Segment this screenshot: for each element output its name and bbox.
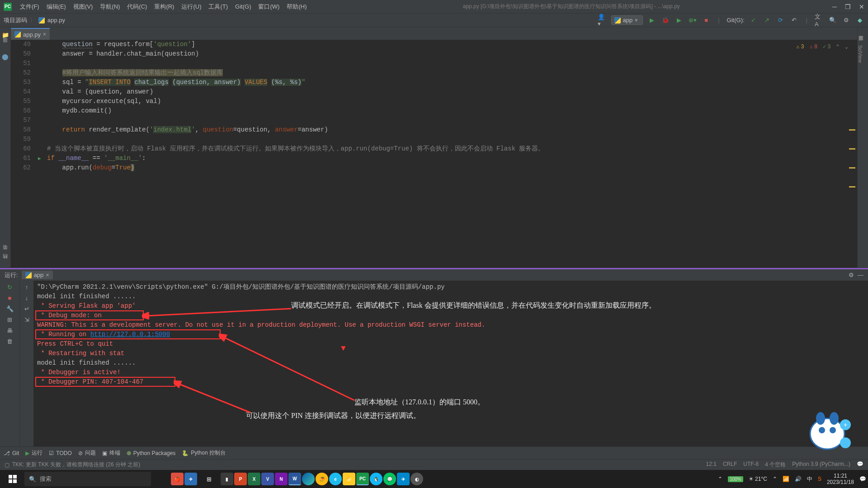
stop-icon[interactable]: ■: [6, 294, 14, 301]
minimize-icon[interactable]: —: [858, 272, 863, 278]
maximize-icon[interactable]: ❐: [845, 3, 851, 10]
status-caret-pos[interactable]: 12:1: [706, 461, 717, 469]
breadcrumb-file[interactable]: app.py: [47, 17, 65, 23]
app-pycharm-icon[interactable]: PC: [356, 473, 369, 485]
event-log-icon[interactable]: ▢: [5, 462, 9, 468]
app-explorer-icon[interactable]: 📁: [343, 473, 355, 485]
editor-tab-app[interactable]: app.py ×: [11, 28, 50, 40]
git-push-icon[interactable]: ↗: [763, 16, 772, 25]
app-onenote-icon[interactable]: N: [275, 473, 288, 485]
app-ie-icon[interactable]: e: [329, 473, 342, 485]
close-icon[interactable]: ✕: [859, 3, 864, 10]
coverage-icon[interactable]: ▶: [675, 16, 684, 25]
status-notifications-icon[interactable]: 💬: [857, 461, 863, 469]
ai-assistant-icon[interactable]: ◆: [855, 16, 864, 25]
git-update-icon[interactable]: ⟳: [776, 16, 785, 25]
menu-edit[interactable]: 编辑(E): [43, 3, 70, 11]
breadcrumb-root[interactable]: 项目源码: [4, 16, 27, 24]
scroll-to-end-icon[interactable]: ⇲: [23, 316, 30, 323]
tool-problems[interactable]: ⊘问题: [78, 449, 96, 457]
tray-ime-icon[interactable]: 中: [807, 475, 812, 483]
tray-network-icon[interactable]: ⌃: [773, 476, 777, 482]
tool-todo[interactable]: ☑TODO: [49, 450, 71, 456]
soft-wrap-icon[interactable]: ↵: [23, 305, 30, 312]
app-telegram-icon[interactable]: ✈: [397, 473, 410, 485]
security-mascot-icon[interactable]: +: [800, 402, 854, 456]
menu-git[interactable]: Git(G): [231, 3, 255, 10]
commit-tool-icon[interactable]: ⬤: [2, 53, 9, 61]
tray-weather[interactable]: ☀ 21°C: [749, 476, 767, 482]
tool-python-packages[interactable]: ⬢Python Packages: [127, 450, 175, 456]
app-qq-icon[interactable]: 🐧: [370, 473, 382, 485]
debug-icon[interactable]: 🐞: [661, 16, 670, 25]
wrench-icon[interactable]: 🔧: [6, 305, 14, 312]
settings-icon[interactable]: ⚙: [849, 272, 854, 278]
tray-expand-icon[interactable]: ⌃: [718, 476, 722, 482]
stop-icon[interactable]: ■: [702, 16, 711, 25]
scrollbar-minimap[interactable]: [849, 53, 855, 243]
tool-python-console[interactable]: 🐍Python 控制台: [182, 449, 226, 457]
app-icon[interactable]: ✈: [184, 473, 197, 485]
app-sublime-icon[interactable]: ▮: [221, 473, 233, 485]
run-icon[interactable]: ▶: [647, 16, 656, 25]
search-icon[interactable]: 🔍: [828, 16, 837, 25]
tray-wifi-icon[interactable]: 📶: [783, 476, 789, 482]
project-tool-icon[interactable]: 📁: [2, 32, 9, 39]
tray-clock[interactable]: 11:21 2023/11/18: [827, 473, 854, 486]
errors-indicator[interactable]: ⚠ 8: [810, 42, 817, 52]
menu-refactor[interactable]: 重构(R): [151, 3, 178, 11]
tray-sogou-icon[interactable]: S: [818, 476, 821, 482]
menu-file[interactable]: 文件(F): [16, 3, 43, 11]
start-button[interactable]: [2, 470, 24, 488]
app-icon[interactable]: ◐: [410, 473, 423, 485]
tray-volume-icon[interactable]: 🔊: [795, 476, 802, 482]
minimize-icon[interactable]: ─: [832, 3, 837, 10]
menu-view[interactable]: 视图(V): [70, 3, 96, 11]
settings-icon[interactable]: ⚙: [842, 16, 851, 25]
task-view-icon[interactable]: ⊞: [198, 470, 220, 488]
menu-window[interactable]: 窗口(W): [255, 3, 283, 11]
warnings-indicator[interactable]: ⚠ 3: [796, 42, 804, 52]
app-excel-icon[interactable]: X: [248, 473, 260, 485]
sciview-label[interactable]: SciView: [858, 45, 863, 63]
print-icon[interactable]: 🖶: [6, 327, 14, 334]
app-powerpoint-icon[interactable]: P: [234, 473, 247, 485]
close-icon[interactable]: ×: [43, 31, 46, 38]
status-indent[interactable]: 4 个空格: [765, 461, 786, 469]
tool-terminal[interactable]: ▣终端: [102, 449, 120, 457]
user-icon[interactable]: 👤▾: [598, 16, 607, 25]
chevron-up-icon[interactable]: ⌃: [836, 42, 840, 52]
status-encoding[interactable]: UTF-8: [743, 461, 759, 469]
menu-nav[interactable]: 导航(N): [96, 3, 123, 11]
app-wechat-icon[interactable]: 💬: [383, 473, 396, 485]
arrow-up-icon[interactable]: ↑: [23, 283, 30, 291]
translate-icon[interactable]: 文A: [815, 16, 824, 25]
tool-run[interactable]: ▶运行: [25, 449, 42, 457]
code-editor[interactable]: 4950515253545556575859606162 ▶ question …: [11, 40, 857, 267]
layout-icon[interactable]: ⊞: [6, 316, 14, 323]
rerun-icon[interactable]: ↻: [6, 283, 14, 291]
menu-run[interactable]: 运行(U): [178, 3, 205, 11]
run-tab-app[interactable]: app ×: [22, 271, 53, 279]
app-icon[interactable]: 🥭: [316, 473, 328, 485]
status-interpreter[interactable]: Python 3.9 (PyCharm...): [792, 461, 850, 469]
taskbar-search[interactable]: 🔍搜索: [24, 472, 151, 486]
app-word-icon[interactable]: W: [288, 473, 301, 485]
chevron-down-icon[interactable]: ⌄: [845, 42, 848, 52]
tray-battery-icon[interactable]: 100%: [728, 476, 743, 482]
profile-icon[interactable]: ⊕▾: [688, 16, 697, 25]
trash-icon[interactable]: 🗑: [6, 338, 14, 345]
app-icon[interactable]: 🍎: [171, 473, 184, 485]
tray-notifications-icon[interactable]: 💬: [859, 476, 866, 482]
tool-git[interactable]: ⎇Git: [4, 450, 19, 456]
run-config-selector[interactable]: app ▾: [611, 15, 643, 25]
menu-help[interactable]: 帮助(H): [283, 3, 310, 11]
git-history-icon[interactable]: ↶: [790, 16, 799, 25]
menu-code[interactable]: 代码(C): [123, 3, 151, 11]
status-line-sep[interactable]: CRLF: [723, 461, 737, 469]
app-visio-icon[interactable]: V: [261, 473, 274, 485]
git-commit-icon[interactable]: ✓: [749, 16, 758, 25]
app-edge-icon[interactable]: [302, 473, 315, 485]
arrow-down-icon[interactable]: ↓: [23, 294, 30, 301]
menu-tools[interactable]: 工具(T): [205, 3, 231, 11]
